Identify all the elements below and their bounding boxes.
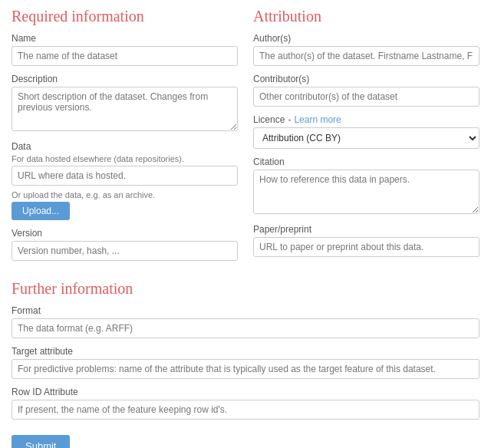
paper-label: Paper/preprint xyxy=(253,224,479,235)
contributors-field-group: Contributor(s) xyxy=(253,74,479,107)
name-label: Name xyxy=(12,33,238,44)
citation-input[interactable] xyxy=(253,170,479,214)
licence-select[interactable]: Attribution (CC BY) Attribution-ShareAli… xyxy=(253,127,479,149)
data-field-group: Data For data hosted elsewhere (data rep… xyxy=(12,141,238,220)
required-section-title: Required information xyxy=(12,8,238,25)
target-attribute-field-group: Target attribute xyxy=(12,346,479,379)
upload-button[interactable]: Upload... xyxy=(12,202,70,220)
target-attribute-input[interactable] xyxy=(12,359,479,379)
submit-button[interactable]: Submit xyxy=(12,435,70,448)
version-input[interactable] xyxy=(12,241,238,261)
paper-field-group: Paper/preprint xyxy=(253,224,479,257)
row-id-input[interactable] xyxy=(12,400,479,420)
row-id-field-group: Row ID Attribute xyxy=(12,387,479,420)
version-field-group: Version xyxy=(12,228,238,261)
data-label: Data xyxy=(12,141,238,152)
contributors-label: Contributor(s) xyxy=(253,74,479,84)
format-input[interactable] xyxy=(12,318,479,338)
licence-field-group: Licence - Learn more Attribution (CC BY)… xyxy=(253,114,479,149)
version-label: Version xyxy=(12,228,238,239)
authors-label: Author(s) xyxy=(253,33,479,44)
description-label: Description xyxy=(12,74,238,84)
name-field-group: Name xyxy=(12,33,238,66)
further-section: Further information Format Target attrib… xyxy=(12,280,479,448)
data-url-input[interactable] xyxy=(12,166,238,186)
target-attribute-label: Target attribute xyxy=(12,346,479,357)
citation-label: Citation xyxy=(253,156,479,167)
further-section-title: Further information xyxy=(12,280,479,298)
authors-field-group: Author(s) xyxy=(253,33,479,66)
licence-learn-more-link[interactable]: Learn more xyxy=(294,114,341,125)
description-field-group: Description xyxy=(12,74,238,133)
attribution-section-title: Attribution xyxy=(253,8,479,25)
row-id-label: Row ID Attribute xyxy=(12,387,479,397)
data-hint-hosted: For data hosted elsewhere (data reposito… xyxy=(12,154,238,163)
licence-dash: - xyxy=(288,114,291,125)
description-input[interactable] xyxy=(12,87,238,131)
paper-input[interactable] xyxy=(253,237,479,257)
name-input[interactable] xyxy=(12,46,238,66)
data-hint-upload: Or upload the data, e.g. as an archive. xyxy=(12,190,238,199)
format-label: Format xyxy=(12,305,479,316)
citation-field-group: Citation xyxy=(253,156,479,216)
contributors-input[interactable] xyxy=(253,87,479,107)
licence-label: Licence xyxy=(253,114,285,125)
authors-input[interactable] xyxy=(253,46,479,66)
format-field-group: Format xyxy=(12,305,479,338)
